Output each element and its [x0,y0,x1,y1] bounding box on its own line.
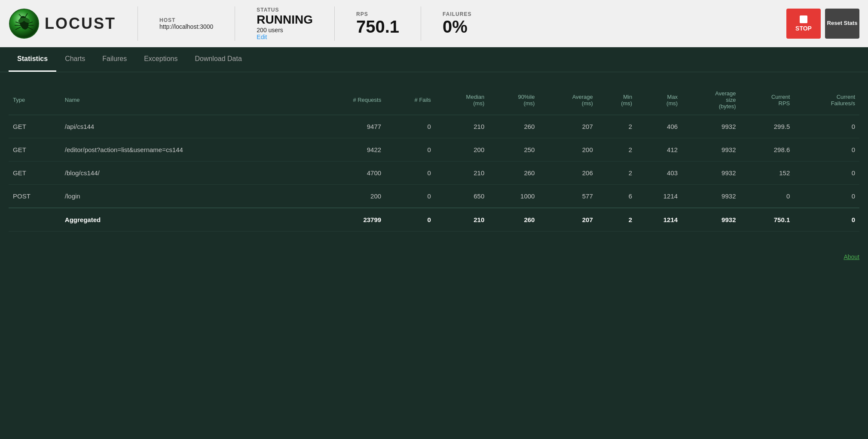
host-label: HOST [159,17,213,23]
cell-average: 206 [539,162,597,185]
cell-average: 200 [539,138,597,162]
footer: About [0,244,868,269]
tab-charts[interactable]: Charts [56,47,94,72]
cell-current_failures: 0 [794,162,859,185]
tab-download-data[interactable]: Download Data [186,47,250,72]
logo-area: LOCUST [9,8,116,39]
header-divider-2 [235,6,235,41]
edit-link[interactable]: Edit [257,34,313,40]
col-max: Max(ms) [636,85,682,115]
cell-current_rps: 298.6 [740,138,794,162]
failures-stat: FAILURES 0% [434,11,480,36]
statistics-table: Type Name # Requests # Fails Median(ms) … [9,85,859,232]
rps-value: 750.1 [356,17,399,36]
header-divider-3 [334,6,335,41]
col-median: Median(ms) [435,85,489,115]
cell-max: 1214 [636,185,682,208]
agg-cell-median: 210 [435,208,489,232]
cell-requests: 4700 [312,162,385,185]
col-type: Type [9,85,61,115]
agg-cell-max: 1214 [636,208,682,232]
col-requests: # Requests [312,85,385,115]
agg-cell-percentile90: 260 [489,208,539,232]
table-row: GET/api/cs1449477021026020724069932299.5… [9,115,859,138]
agg-cell-average: 207 [539,208,597,232]
tab-exceptions[interactable]: Exceptions [135,47,186,72]
cell-avg_size: 9932 [682,115,740,138]
failures-value: 0% [443,17,471,36]
header-buttons: STOP Reset Stats [786,9,859,39]
header-divider-4 [421,6,421,41]
table-row: GET/blog/cs144/4700021026020624039932152… [9,162,859,185]
host-stat: HOST http://localhost:3000 [151,17,222,30]
header-divider-1 [138,6,138,41]
cell-fails: 0 [385,138,435,162]
cell-fails: 0 [385,115,435,138]
cell-current_failures: 0 [794,138,859,162]
cell-name: /blog/cs144/ [61,162,312,185]
cell-avg_size: 9932 [682,138,740,162]
cell-percentile90: 260 [489,115,539,138]
cell-min: 2 [597,115,636,138]
cell-max: 406 [636,115,682,138]
col-min: Min(ms) [597,85,636,115]
col-name: Name [61,85,312,115]
main-content: Type Name # Requests # Fails Median(ms) … [0,72,868,244]
col-current-rps: CurrentRPS [740,85,794,115]
stop-icon [800,15,807,23]
table-row: GET/editor/post?action=list&username=cs1… [9,138,859,162]
status-value: RUNNING [257,13,313,27]
cell-type: GET [9,138,61,162]
cell-current_rps: 152 [740,162,794,185]
cell-max: 403 [636,162,682,185]
status-stat: STATUS RUNNING 200 users Edit [248,7,321,40]
cell-median: 200 [435,138,489,162]
cell-current_rps: 0 [740,185,794,208]
cell-median: 650 [435,185,489,208]
cell-percentile90: 250 [489,138,539,162]
table-header: Type Name # Requests # Fails Median(ms) … [9,85,859,115]
cell-median: 210 [435,162,489,185]
cell-min: 2 [597,162,636,185]
nav-tabs: Statistics Charts Failures Exceptions Do… [0,47,868,72]
cell-current_rps: 299.5 [740,115,794,138]
stop-button[interactable]: STOP [786,9,821,39]
table-row: POST/login2000650100057761214993200 [9,185,859,208]
table-header-row: Type Name # Requests # Fails Median(ms) … [9,85,859,115]
tab-failures[interactable]: Failures [94,47,135,72]
agg-cell-current_rps: 750.1 [740,208,794,232]
cell-name: /editor/post?action=list&username=cs144 [61,138,312,162]
agg-cell-requests: 23799 [312,208,385,232]
col-avg-size: Averagesize(bytes) [682,85,740,115]
cell-requests: 200 [312,185,385,208]
cell-requests: 9477 [312,115,385,138]
agg-cell-current_failures: 0 [794,208,859,232]
cell-type: GET [9,162,61,185]
col-average: Average(ms) [539,85,597,115]
cell-type: GET [9,115,61,138]
cell-current_failures: 0 [794,115,859,138]
cell-min: 2 [597,138,636,162]
col-current-failures: CurrentFailures/s [794,85,859,115]
cell-avg_size: 9932 [682,185,740,208]
reset-stats-button[interactable]: Reset Stats [825,9,859,39]
cell-median: 210 [435,115,489,138]
cell-min: 6 [597,185,636,208]
failures-label: FAILURES [443,11,471,17]
about-link[interactable]: About [844,253,859,260]
logo-text: LOCUST [45,15,116,33]
cell-percentile90: 260 [489,162,539,185]
cell-average: 577 [539,185,597,208]
tab-statistics[interactable]: Statistics [9,47,56,72]
cell-fails: 0 [385,162,435,185]
cell-name: /login [61,185,312,208]
cell-percentile90: 1000 [489,185,539,208]
locust-logo-icon [9,8,40,39]
cell-max: 412 [636,138,682,162]
cell-fails: 0 [385,185,435,208]
cell-requests: 9422 [312,138,385,162]
col-fails: # Fails [385,85,435,115]
cell-average: 207 [539,115,597,138]
host-value: http://localhost:3000 [159,23,213,30]
agg-cell-fails: 0 [385,208,435,232]
